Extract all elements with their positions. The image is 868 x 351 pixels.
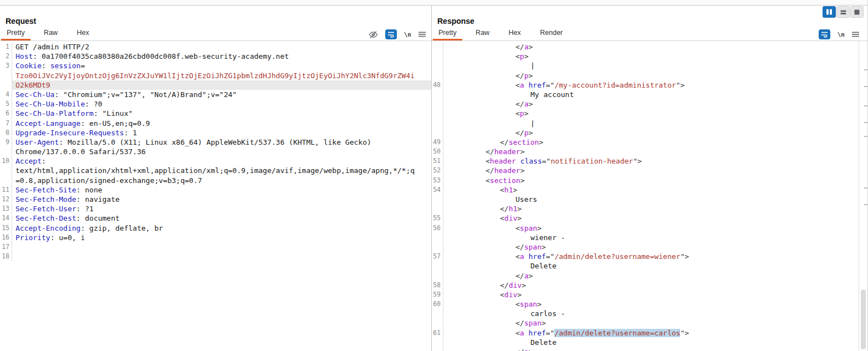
menu-icon[interactable] [852, 32, 859, 37]
code-line[interactable]: O2k6MDt9 [0, 80, 431, 90]
code-line[interactable]: 49</section> [432, 138, 859, 147]
response-tab-render[interactable]: Render [534, 27, 568, 40]
code-line[interactable]: 13Sec-Fetch-User: ?1 [0, 204, 431, 213]
code-line[interactable]: Chrome/137.0.0.0 Safari/537.36 [0, 147, 431, 156]
code-line[interactable]: 56<span> [432, 223, 859, 233]
code-line[interactable]: 10Accept: [0, 156, 431, 166]
code-line[interactable]: 16Priority: u=0, i [0, 233, 431, 242]
code-line[interactable]: 52</header> [432, 166, 859, 175]
eye-hidden-icon[interactable] [369, 30, 378, 39]
code-line[interactable]: =0.8,application/signed-exchange;v=b3;q=… [0, 176, 431, 185]
line-number: 58 [432, 281, 443, 290]
line-number [432, 52, 443, 61]
code-line[interactable]: 51<header class="notification-header"> [432, 156, 859, 166]
line-number [432, 90, 443, 99]
code-line[interactable]: </p> [432, 71, 859, 80]
line-number [432, 261, 443, 271]
code-line[interactable]: </h1> [432, 204, 859, 213]
code-line[interactable]: 1GET /admin HTTP/2 [0, 42, 431, 52]
response-tab-pretty[interactable]: Pretty [433, 27, 462, 40]
newline-toggle[interactable]: \n [404, 31, 411, 38]
code-line[interactable]: 4Sec-Ch-Ua: "Chromium";v="137", "Not/A)B… [0, 90, 431, 99]
line-number [432, 128, 443, 138]
rows-layout-icon[interactable] [836, 6, 850, 18]
code-line[interactable]: 57<a href="/admin/delete?username=wiener… [432, 252, 859, 261]
code-line[interactable]: </a> [432, 42, 859, 52]
code-line[interactable]: wiener - [432, 233, 859, 242]
burp-message-editor-window: { "colors": { "accent_orange": "#e55e2e"… [0, 0, 868, 351]
line-number: 5 [0, 99, 12, 109]
selected-text[interactable]: /admin/delete?username=carlos [554, 329, 680, 337]
code-line[interactable]: 61<a href="/admin/delete?username=carlos… [432, 328, 859, 338]
code-line[interactable]: 12Sec-Fetch-Mode: navigate [0, 195, 431, 204]
request-editor[interactable]: 1GET /admin HTTP/22Host: 0a1700f4035ca80… [0, 41, 431, 351]
code-line[interactable]: carlos - [432, 309, 859, 318]
response-tab-hex[interactable]: Hex [503, 27, 527, 40]
code-line[interactable]: 60<span> [432, 299, 859, 309]
code-line[interactable]: <p> [432, 109, 859, 118]
response-tab-raw[interactable]: Raw [470, 27, 495, 40]
newline-toggle[interactable]: \n [838, 31, 845, 38]
code-line[interactable]: </a> [432, 347, 859, 351]
code-line[interactable]: Delete [432, 338, 859, 347]
code-line[interactable]: 2Host: 0a1700f4035ca80380a26cbd00dc008f.… [0, 52, 431, 61]
code-line[interactable]: Delete [432, 261, 859, 271]
code-line[interactable]: </a> [432, 99, 859, 109]
code-line[interactable]: 5Sec-Ch-Ua-Mobile: ?0 [0, 99, 431, 109]
code-line[interactable]: 15Accept-Encoding: gzip, deflate, br [0, 223, 431, 233]
line-number [432, 309, 443, 318]
scrollbar-thumb[interactable] [861, 289, 866, 349]
request-toolbar: \n [369, 29, 426, 40]
request-tab-hex[interactable]: Hex [72, 27, 95, 40]
line-number: 3 [0, 61, 12, 70]
code-line[interactable]: 54<h1> [432, 185, 859, 195]
code-line[interactable]: 55<div> [432, 213, 859, 223]
code-line[interactable]: 18 [0, 252, 431, 261]
line-number [432, 233, 443, 242]
code-line[interactable]: 53<section> [432, 176, 859, 185]
code-line[interactable]: My account [432, 90, 859, 99]
code-line[interactable]: 58</div> [432, 281, 859, 290]
code-line[interactable]: Tzo0OiJVc2VyIjoyOntzOjg6InVzZXJuYW1lIjtz… [0, 71, 431, 80]
code-line[interactable]: </span> [432, 242, 859, 252]
code-line[interactable]: </a> [432, 271, 859, 281]
response-panel: Response Pretty Raw Hex Render \n </a><p… [432, 6, 868, 351]
line-number: 16 [0, 233, 12, 242]
line-number: 50 [432, 147, 443, 156]
code-line[interactable]: 14Sec-Fetch-Dest: document [0, 213, 431, 223]
code-line[interactable]: </p> [432, 128, 859, 138]
line-number: 53 [432, 176, 443, 185]
single-layout-icon[interactable] [850, 6, 864, 18]
code-line[interactable]: Users [432, 195, 859, 204]
code-line[interactable]: | [432, 119, 859, 128]
line-number [432, 204, 443, 213]
code-line[interactable]: 7Accept-Language: en-US,en;q=0.9 [0, 119, 431, 128]
line-number: 8 [0, 128, 12, 138]
response-scrollbar[interactable] [859, 41, 868, 351]
line-number [432, 109, 443, 118]
code-line[interactable]: 50</header> [432, 147, 859, 156]
word-wrap-icon[interactable] [819, 29, 830, 39]
line-number: 60 [432, 299, 443, 309]
line-number: 61 [432, 328, 443, 338]
code-line[interactable]: 3Cookie: session= [0, 61, 431, 70]
response-editor[interactable]: </a><p>|</p>48<a href="/my-account?id=ad… [432, 41, 859, 351]
code-line[interactable]: 59<div> [432, 290, 859, 299]
code-line[interactable]: 17 [0, 242, 431, 252]
line-number [432, 242, 443, 252]
menu-icon[interactable] [418, 32, 426, 37]
code-line[interactable]: 48<a href="/my-account?id=administrator"… [432, 80, 859, 90]
columns-layout-icon[interactable] [823, 6, 836, 18]
request-tab-raw[interactable]: Raw [38, 27, 63, 40]
code-line[interactable]: text/html,application/xhtml+xml,applicat… [0, 166, 431, 175]
request-tab-pretty[interactable]: Pretty [1, 27, 30, 40]
code-line[interactable]: <p> [432, 52, 859, 61]
code-line[interactable]: 9User-Agent: Mozilla/5.0 (X11; Linux x86… [0, 138, 431, 147]
word-wrap-icon[interactable] [385, 29, 397, 39]
code-line[interactable]: | [432, 61, 859, 70]
code-line[interactable]: 11Sec-Fetch-Site: none [0, 185, 431, 195]
code-line[interactable]: 6Sec-Ch-Ua-Platform: "Linux" [0, 109, 431, 118]
code-line[interactable]: 8Upgrade-Insecure-Requests: 1 [0, 128, 431, 138]
code-line[interactable]: </span> [432, 318, 859, 328]
line-number: 17 [0, 242, 12, 252]
